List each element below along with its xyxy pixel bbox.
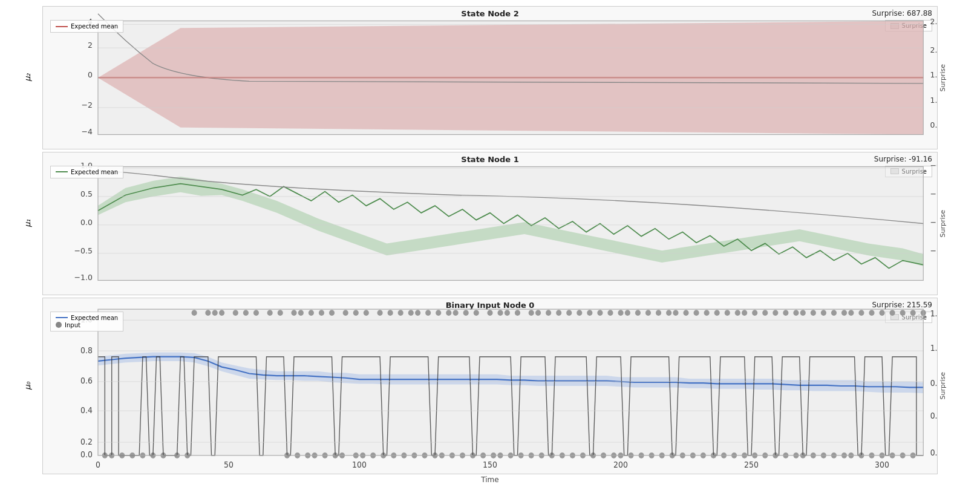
svg-text:2.5: 2.5 — [930, 17, 937, 26]
svg-point-41 — [233, 310, 238, 316]
svg-point-44 — [267, 310, 273, 316]
legend-label-expected3: Expected mean — [71, 315, 118, 321]
svg-point-43 — [253, 310, 259, 316]
svg-point-108 — [910, 310, 916, 316]
svg-point-74 — [577, 310, 582, 316]
svg-point-89 — [725, 310, 730, 316]
svg-point-80 — [635, 310, 641, 316]
svg-text:0.6: 0.6 — [80, 376, 93, 385]
svg-point-48 — [309, 310, 314, 316]
svg-point-75 — [587, 310, 592, 316]
legend-line-red — [56, 26, 68, 27]
chart3-wrapper: μ₀ Binary Input Node 0 Surprise: 215.59 … — [12, 298, 968, 474]
svg-text:−1.5: −1.5 — [930, 218, 937, 227]
chart1-area: State Node 2 Surprise: 687.88 Expected m… — [42, 6, 938, 149]
svg-point-104 — [869, 310, 874, 316]
svg-text:50: 50 — [224, 460, 234, 469]
svg-point-90 — [735, 310, 740, 316]
svg-text:0.8: 0.8 — [930, 379, 937, 388]
chart2-legend: Expected mean — [50, 166, 123, 178]
svg-point-67 — [505, 310, 510, 316]
svg-point-86 — [694, 310, 699, 316]
svg-point-98 — [811, 310, 816, 316]
svg-text:0.0: 0.0 — [80, 218, 93, 227]
svg-point-65 — [487, 310, 492, 316]
svg-point-52 — [353, 310, 359, 316]
svg-point-54 — [377, 310, 383, 316]
svg-text:0.5: 0.5 — [80, 189, 93, 198]
svg-point-49 — [319, 310, 324, 316]
svg-text:0: 0 — [88, 70, 93, 79]
svg-text:150: 150 — [483, 460, 497, 469]
svg-text:−1.0: −1.0 — [930, 189, 937, 198]
svg-point-76 — [597, 310, 603, 316]
svg-point-61 — [446, 310, 451, 316]
svg-point-96 — [793, 310, 799, 316]
svg-text:0.2: 0.2 — [80, 437, 93, 446]
chart1-y-label: μ₂ — [23, 74, 32, 82]
legend-line-green — [56, 171, 68, 172]
legend-item-expected3: Expected mean — [56, 315, 118, 321]
svg-point-94 — [773, 310, 778, 316]
svg-point-69 — [529, 310, 534, 316]
svg-point-56 — [398, 310, 403, 316]
svg-point-92 — [752, 310, 757, 316]
svg-text:−0.5: −0.5 — [74, 246, 93, 255]
svg-text:0.5: 0.5 — [930, 120, 937, 129]
svg-point-50 — [329, 310, 335, 316]
svg-point-51 — [343, 310, 348, 316]
svg-point-107 — [900, 310, 906, 316]
main-container: μ₂ State Node 2 Surprise: 687.88 Expecte… — [0, 0, 980, 490]
svg-text:0.6: 0.6 — [930, 411, 937, 420]
svg-point-93 — [762, 310, 768, 316]
svg-point-55 — [388, 310, 393, 316]
svg-point-38 — [205, 310, 211, 316]
svg-point-72 — [556, 310, 561, 316]
chart2-y-label: μ₁ — [23, 220, 32, 227]
svg-point-60 — [436, 310, 441, 316]
svg-point-79 — [625, 310, 630, 316]
svg-text:1.0: 1.0 — [930, 95, 937, 104]
legend-item-input: Input — [56, 322, 118, 328]
svg-text:0: 0 — [96, 460, 100, 469]
svg-text:200: 200 — [613, 460, 628, 469]
svg-point-105 — [879, 310, 884, 316]
chart3-area: Binary Input Node 0 Surprise: 215.59 Exp… — [42, 298, 938, 474]
chart1-legend: Expected mean — [50, 20, 123, 33]
svg-point-40 — [219, 310, 224, 316]
svg-point-37 — [192, 310, 197, 316]
svg-point-87 — [704, 310, 710, 316]
svg-text:−2.0: −2.0 — [930, 246, 937, 255]
svg-point-68 — [515, 310, 520, 316]
svg-text:2: 2 — [88, 41, 93, 50]
svg-point-73 — [566, 310, 572, 316]
svg-text:0.0: 0.0 — [80, 450, 93, 459]
chart3-x-label: Time — [12, 475, 968, 484]
svg-point-91 — [742, 310, 747, 316]
svg-point-63 — [463, 310, 469, 316]
svg-point-81 — [645, 310, 651, 316]
svg-point-97 — [800, 310, 806, 316]
chart3-right-axis: Surprise — [938, 298, 968, 474]
chart1-right-axis: Surprise — [938, 6, 968, 149]
svg-text:−2: −2 — [81, 100, 92, 109]
svg-text:0.4: 0.4 — [80, 405, 93, 414]
svg-text:−0.5: −0.5 — [930, 161, 937, 170]
svg-point-82 — [656, 310, 661, 316]
svg-point-70 — [535, 310, 541, 316]
svg-point-57 — [408, 310, 414, 316]
svg-point-85 — [683, 310, 688, 316]
svg-text:1.0: 1.0 — [930, 344, 937, 353]
svg-point-46 — [291, 310, 296, 316]
svg-text:0.8: 0.8 — [80, 345, 93, 354]
svg-point-42 — [243, 310, 249, 316]
svg-point-45 — [278, 310, 283, 316]
svg-point-77 — [607, 310, 613, 316]
svg-text:−4: −4 — [81, 127, 92, 136]
svg-point-64 — [474, 310, 479, 316]
svg-point-78 — [618, 310, 623, 316]
svg-text:1.5: 1.5 — [930, 70, 937, 79]
svg-point-62 — [453, 310, 459, 316]
chart3-legend: Expected mean Input — [50, 312, 123, 332]
chart2-y-axis: μ₁ — [12, 152, 42, 295]
